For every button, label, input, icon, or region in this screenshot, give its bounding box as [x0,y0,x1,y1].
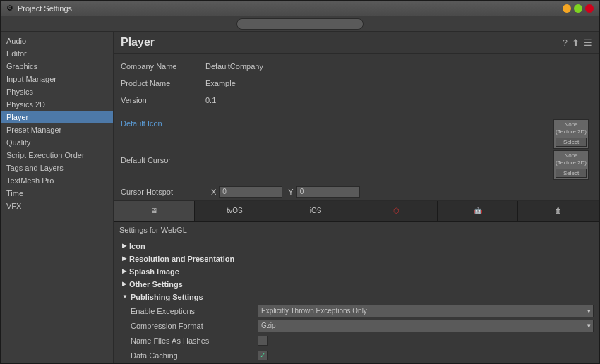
publishing-section-header[interactable]: ▼ Publishing Settings [119,291,594,303]
close-button[interactable] [585,4,594,13]
tab-desktop[interactable]: 🖥 [114,201,195,221]
product-name-value: Example [205,79,236,87]
content-area: Player ? ⬆ ☰ Company Name DefaultCompany… [114,32,599,363]
window-icon: ⚙ [6,4,13,13]
y-label: Y [288,188,293,196]
right-previews: None (Texture 2D) Select None (Texture 2… [553,119,592,180]
data-caching-label: Data Caching [131,351,258,360]
pin-icon[interactable]: ⬆ [572,37,580,48]
x-label: X [211,188,216,196]
sidebar-item-script-execution-order[interactable]: Script Execution Order [1,149,113,162]
data-caching-row: Data Caching ✓ [131,349,594,362]
sidebar-item-physics-2d[interactable]: Physics 2D [1,98,113,111]
sidebar-item-graphics[interactable]: Graphics [1,60,113,73]
enable-exceptions-label: Enable Exceptions [131,307,258,315]
version-value: 0.1 [205,96,216,104]
resolution-section-label: Resolution and Presentation [129,255,234,263]
enable-exceptions-select[interactable]: Explicitly Thrown Exceptions Only None F… [258,305,594,317]
hotspot-row: Cursor Hotspot X Y [114,183,599,201]
icon-preview-box: None (Texture 2D) Select [553,119,589,149]
window-controls [563,4,594,13]
default-cursor-label: Default Cursor [121,156,171,164]
hotspot-y: Y [288,186,359,198]
sidebar: AudioEditorGraphicsInput ManagerPhysicsP… [1,32,114,363]
resolution-triangle: ▶ [122,255,126,262]
help-icon[interactable]: ? [563,37,568,48]
sidebar-item-time[interactable]: Time [1,187,113,200]
page-title: Player [121,36,155,49]
title-bar: ⚙ Project Settings [1,1,599,16]
sidebar-item-audio[interactable]: Audio [1,35,113,47]
x-input[interactable] [219,186,282,198]
search-bar [1,16,599,32]
search-input[interactable] [236,18,364,30]
cursor-select-button[interactable]: Select [556,169,587,178]
sidebar-item-quality[interactable]: Quality [1,136,113,149]
default-cursor-row: Default Cursor [121,156,553,164]
data-caching-checkbox[interactable]: ✓ [258,351,268,360]
splash-section-label: Splash Image [129,267,179,276]
sidebar-item-vfx[interactable]: VFX [1,200,113,212]
menu-icon[interactable]: ☰ [584,37,592,48]
sidebar-item-tags-and-layers[interactable]: Tags and Layers [1,162,113,174]
company-name-value: DefaultCompany [205,62,263,71]
icon-triangle: ▶ [122,243,126,249]
project-settings-window: ⚙ Project Settings AudioEditorGraphicsIn… [0,0,600,364]
y-input[interactable] [296,186,360,198]
hotspot-x: X [211,186,282,198]
settings-for-label: Settings for WebGL [119,224,594,236]
content-header: Player ? ⬆ ☰ [114,32,599,54]
enable-exceptions-row: Enable Exceptions Explicitly Thrown Exce… [131,305,594,317]
webgl-icon: ⬡ [393,207,400,214]
sidebar-item-editor[interactable]: Editor [1,47,113,60]
compression-format-row: Compression Format Gzip Brotli Disabled [131,320,594,332]
name-files-checkbox[interactable] [258,336,268,346]
platform-tabs: 🖥 tvOS iOS ⬡ 🤖 🗑 [114,201,599,222]
tab-android[interactable]: 🤖 [438,201,519,221]
sidebar-item-textmesh-pro[interactable]: TextMesh Pro [1,174,113,187]
tab-other[interactable]: 🗑 [518,201,599,221]
splash-section-header[interactable]: ▶ Splash Image [119,265,594,278]
other-section-header[interactable]: ▶ Other Settings [119,278,594,291]
publishing-section-label: Publishing Settings [131,293,203,301]
company-name-label: Company Name [121,62,205,71]
other-section-label: Other Settings [129,280,183,289]
cursor-preview-text: None (Texture 2D) [556,152,587,167]
name-files-row: Name Files As Hashes [131,334,594,347]
enable-exceptions-wrapper: Explicitly Thrown Exceptions Only None F… [258,305,594,317]
tab-webgl[interactable]: ⬡ [356,201,438,221]
sidebar-item-preset-manager[interactable]: Preset Manager [1,123,113,136]
window-title: Project Settings [18,4,558,13]
compression-format-label: Compression Format [131,322,258,330]
splash-triangle: ▶ [122,268,126,274]
other-icon: 🗑 [555,207,562,214]
tab-ios[interactable]: iOS [275,201,356,221]
maximize-button[interactable] [574,4,582,13]
icon-preview-text: None (Texture 2D) [556,121,587,136]
sidebar-item-player[interactable]: Player [1,111,113,123]
data-caching-check: ✓ [260,351,265,359]
icon-section-header[interactable]: ▶ Icon [119,240,594,253]
sidebar-item-input-manager[interactable]: Input Manager [1,73,113,85]
header-icons: ? ⬆ ☰ [563,37,592,48]
default-icon-link[interactable]: Default Icon [121,119,162,128]
other-triangle: ▶ [122,281,126,287]
compression-format-wrapper: Gzip Brotli Disabled [258,320,594,332]
product-name-label: Product Name [121,79,205,87]
icon-cursor-labels: Default Icon Default Cursor [121,119,553,164]
publishing-subsection: Enable Exceptions Explicitly Thrown Exce… [119,303,594,363]
webgl-settings: Settings for WebGL ▶ Icon ▶ Resolution a… [114,222,599,363]
sidebar-item-physics[interactable]: Physics [1,85,113,98]
fields-section: Company Name DefaultCompany Product Name… [114,54,599,116]
compression-format-select[interactable]: Gzip Brotli Disabled [258,320,594,332]
tab-tvos[interactable]: tvOS [195,201,276,221]
android-icon: 🤖 [474,207,482,214]
version-row: Version 0.1 [121,93,592,107]
minimize-button[interactable] [563,4,571,13]
company-name-row: Company Name DefaultCompany [121,59,592,73]
icon-section: Default Icon Default Cursor None (Textur… [114,116,599,183]
ios-label: iOS [310,207,322,214]
resolution-section-header[interactable]: ▶ Resolution and Presentation [119,253,594,265]
desktop-icon: 🖥 [150,207,157,214]
icon-select-button[interactable]: Select [556,138,587,147]
